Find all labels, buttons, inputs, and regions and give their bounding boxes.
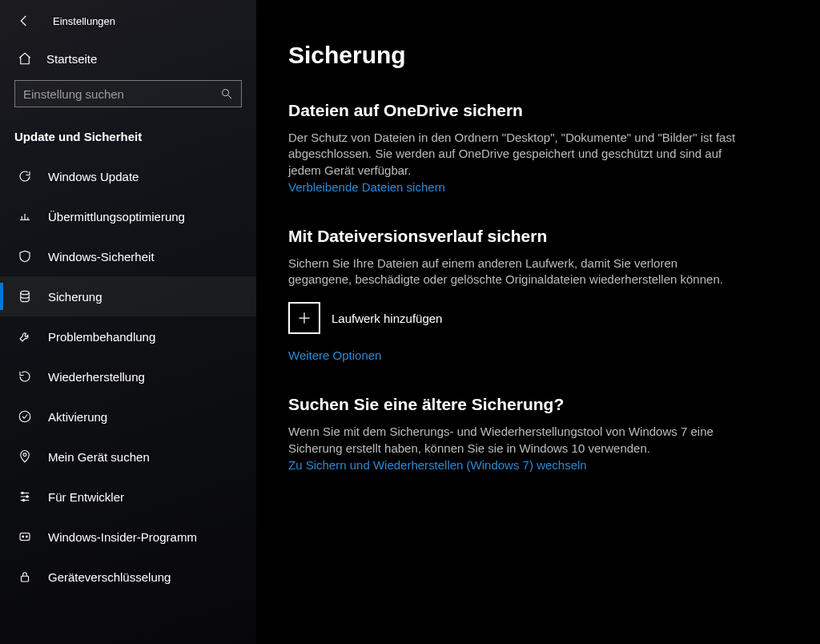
section-file-history: Mit Dateiversionsverlauf sichern Sichern…	[288, 227, 737, 364]
sidebar: Einstellungen Startseite Update und Sich…	[0, 0, 256, 644]
add-drive-label: Laufwerk hinzufügen	[332, 312, 442, 325]
link-windows7-backup[interactable]: Zu Sichern und Wiederherstellen (Windows…	[288, 458, 587, 472]
svg-point-1	[21, 291, 30, 295]
nav-list: Windows Update Übermittlungsoptimierung …	[0, 156, 256, 597]
home-label: Startseite	[46, 52, 97, 66]
sidebar-item-label: Windows Update	[48, 170, 139, 183]
sidebar-item-label: Aktivierung	[48, 410, 107, 424]
sidebar-item-label: Sicherung	[48, 290, 102, 304]
sidebar-item-label: Wiederherstellung	[48, 370, 145, 384]
back-button[interactable]	[14, 11, 34, 30]
svg-point-0	[223, 90, 229, 96]
svg-point-8	[22, 536, 24, 537]
refresh-icon	[18, 169, 32, 183]
sidebar-item-recovery[interactable]: Wiederherstellung	[0, 356, 256, 396]
page-title: Sicherung	[288, 42, 820, 69]
sidebar-item-find-my-device[interactable]: Mein Gerät suchen	[0, 437, 256, 477]
sidebar-item-windows-update[interactable]: Windows Update	[0, 156, 256, 196]
sidebar-item-for-developers[interactable]: Für Entwickler	[0, 477, 256, 517]
svg-point-5	[26, 496, 28, 497]
svg-point-4	[22, 492, 23, 493]
section-heading: Suchen Sie eine ältere Sicherung?	[288, 395, 737, 414]
home-icon	[18, 51, 32, 66]
backup-icon	[18, 289, 32, 304]
section-legacy-backup: Suchen Sie eine ältere Sicherung? Wenn S…	[288, 395, 737, 473]
sidebar-item-troubleshoot[interactable]: Problembehandlung	[0, 316, 256, 356]
titlebar: Einstellungen	[0, 6, 256, 38]
app-title: Einstellungen	[53, 15, 115, 27]
sidebar-item-label: Windows-Insider-Programm	[48, 530, 197, 544]
sidebar-item-label: Problembehandlung	[48, 330, 155, 344]
wrench-icon	[18, 329, 32, 344]
section-body: Sichern Sie Ihre Dateien auf einem ander…	[288, 256, 737, 288]
section-heading: Mit Dateiversionsverlauf sichern	[288, 227, 737, 246]
lock-icon	[18, 570, 32, 584]
sidebar-item-activation[interactable]: Aktivierung	[0, 396, 256, 437]
section-label: Update und Sicherheit	[0, 122, 256, 156]
recovery-icon	[18, 369, 32, 384]
svg-rect-10	[22, 576, 29, 582]
sidebar-item-label: Geräteverschlüsselung	[48, 570, 171, 584]
link-backup-remaining[interactable]: Verbleibende Dateien sichern	[288, 180, 445, 194]
sidebar-item-windows-insider[interactable]: Windows-Insider-Programm	[0, 517, 256, 557]
sidebar-item-device-encryption[interactable]: Geräteverschlüsselung	[0, 557, 256, 597]
section-body: Wenn Sie mit dem Sicherungs- und Wiederh…	[288, 424, 737, 457]
check-circle-icon	[18, 409, 32, 424]
main-content: Sicherung Dateien auf OneDrive sichern D…	[256, 0, 820, 644]
section-body: Der Schutz von Dateien in den Ordnern "D…	[288, 130, 737, 179]
add-drive-button[interactable]: Laufwerk hinzufügen	[288, 302, 737, 334]
sidebar-item-label: Mein Gerät suchen	[48, 450, 150, 464]
sliders-icon	[18, 489, 32, 504]
svg-point-9	[26, 536, 27, 537]
svg-point-2	[19, 411, 30, 422]
plus-icon	[288, 302, 320, 334]
link-more-options[interactable]: Weitere Optionen	[288, 348, 381, 362]
insider-icon	[18, 529, 32, 544]
section-onedrive: Dateien auf OneDrive sichern Der Schutz …	[288, 101, 737, 195]
search-icon	[220, 87, 233, 100]
svg-rect-7	[20, 533, 30, 541]
section-heading: Dateien auf OneDrive sichern	[288, 101, 737, 120]
sidebar-item-backup[interactable]: Sicherung	[0, 276, 256, 316]
sidebar-item-windows-security[interactable]: Windows-Sicherheit	[0, 236, 256, 276]
shield-icon	[18, 249, 32, 264]
sidebar-item-label: Windows-Sicherheit	[48, 250, 155, 264]
svg-point-6	[22, 499, 24, 501]
location-icon	[18, 449, 32, 464]
sidebar-item-delivery-optimization[interactable]: Übermittlungsoptimierung	[0, 196, 256, 236]
optimization-icon	[18, 209, 32, 223]
search-input[interactable]	[23, 87, 220, 101]
search-box[interactable]	[14, 80, 242, 107]
home-button[interactable]: Startseite	[0, 38, 256, 80]
sidebar-item-label: Für Entwickler	[48, 490, 124, 504]
svg-point-3	[23, 453, 26, 457]
sidebar-item-label: Übermittlungsoptimierung	[48, 210, 185, 223]
